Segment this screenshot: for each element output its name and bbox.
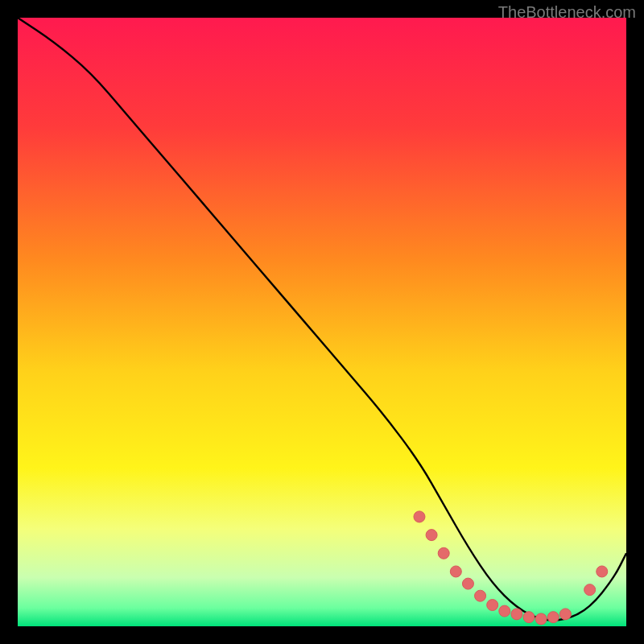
chart-container: TheBottleneck.com <box>0 0 644 644</box>
bottleneck-chart <box>18 18 626 626</box>
watermark-text: TheBottleneck.com <box>498 3 636 22</box>
gradient-background <box>18 18 626 626</box>
curve-marker <box>450 566 461 577</box>
curve-marker <box>426 530 437 541</box>
curve-marker <box>523 612 535 623</box>
curve-marker <box>438 547 449 559</box>
curve-marker <box>462 578 473 589</box>
plot-area <box>18 18 626 626</box>
curve-marker <box>511 609 522 620</box>
curve-marker <box>535 613 547 625</box>
curve-marker <box>547 612 559 623</box>
curve-marker <box>487 600 498 611</box>
curve-marker <box>559 609 571 620</box>
curve-marker <box>597 566 608 577</box>
curve-marker <box>584 584 596 596</box>
curve-marker <box>475 590 486 601</box>
curve-marker <box>499 605 510 617</box>
curve-marker <box>414 511 425 522</box>
